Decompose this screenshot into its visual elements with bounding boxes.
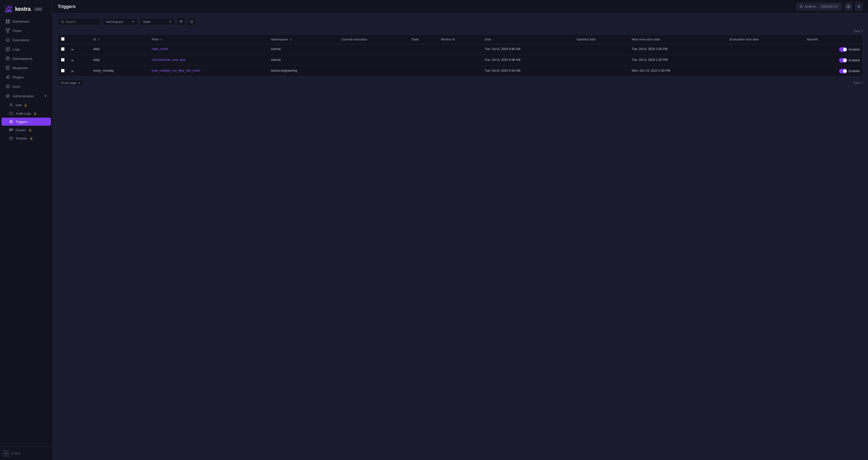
col-updated-date-header: Updated date [574, 35, 629, 44]
sidebar-item-docs-label: Docs [12, 85, 20, 88]
select-all-header [58, 35, 68, 44]
sidebar-item-audit-logs[interactable]: Audit Logs 🔒 [1, 109, 51, 117]
filter-bar: Namespace ▼ State ▼ [58, 17, 863, 26]
col-namespace-header[interactable]: Namespace ⇅ [268, 35, 338, 44]
svg-point-26 [7, 95, 8, 97]
row3-backfill: Enabled [804, 66, 863, 77]
topbar: Triggers Jump to... Ctrl/Cmd + K [53, 0, 868, 13]
row2-state [408, 55, 438, 66]
sidebar-item-logs-label: Logs [12, 48, 20, 51]
row2-expand-cell: ▶ [68, 55, 90, 66]
notifications-button[interactable] [855, 2, 863, 10]
col-flow-header[interactable]: Flow ⇅ [149, 35, 268, 44]
search-input[interactable] [65, 20, 97, 24]
row1-flow[interactable]: hello_world [149, 44, 268, 55]
table-row: ▶ every_monday load_multiple_csv_files_i… [58, 66, 863, 77]
version-label: 0.19.0 [11, 452, 20, 455]
row2-namespace: tutorial [268, 55, 338, 66]
per-page-select[interactable]: 25 per page ▼ [58, 80, 83, 86]
svg-rect-9 [8, 29, 10, 30]
col-date-label: Date [485, 38, 491, 41]
sidebar-item-docs[interactable]: Docs [1, 82, 51, 91]
plugins-icon [5, 75, 10, 80]
sidebar-item-iam[interactable]: IAM 🔒 [1, 101, 51, 109]
col-expand [68, 35, 90, 44]
row3-updated-date [574, 66, 629, 77]
col-worker-id-label: Worker Id [441, 38, 455, 41]
collapse-sidebar-button[interactable]: « [2, 450, 9, 457]
col-id-header[interactable]: Id ⇅ [90, 35, 149, 44]
state-select[interactable]: State ▼ [140, 18, 175, 25]
cluster-label: Cluster [16, 128, 26, 132]
refresh-button[interactable] [187, 17, 196, 26]
col-worker-id-header: Worker Id [438, 35, 482, 44]
row2-expand-button[interactable]: ▶ [70, 58, 75, 63]
sidebar-item-blueprints-label: Blueprints [12, 66, 28, 70]
sidebar-item-blueprints[interactable]: Blueprints [1, 63, 51, 73]
logo-text-row: kestra. prod [15, 6, 42, 12]
filter-reset-button[interactable] [177, 17, 185, 26]
svg-point-3 [10, 6, 12, 8]
svg-point-37 [10, 130, 10, 131]
tenants-label: Tenants [16, 137, 27, 140]
jump-to-label: Jump to... [804, 5, 818, 8]
row2-date: Tue, Oct 8, 2024 8:46 AM [482, 55, 574, 66]
table-row: ▶ daily hello_world tutorial Tue, Oct 8,… [58, 44, 863, 55]
row2-current-execution [338, 55, 408, 66]
row3-current-execution [338, 66, 408, 77]
row1-backfill: Enabled [804, 44, 863, 55]
table-row: ▶ daily microservices_and_apis tutorial … [58, 55, 863, 66]
help-icon [847, 5, 850, 8]
chevron-down-icon: ▼ [44, 94, 47, 97]
row3-expand-button[interactable]: ▶ [70, 69, 75, 74]
row2-enabled-label: Enabled [849, 59, 860, 62]
sort-icon-namespace: ⇅ [290, 38, 292, 41]
namespace-select[interactable]: Namespace ▼ [102, 18, 137, 25]
row1-expand-button[interactable]: ▶ [70, 47, 75, 52]
chevron-down-icon-pagination: ▼ [78, 82, 81, 84]
trigger-icon [9, 120, 13, 124]
sidebar-item-logs[interactable]: Logs [1, 45, 51, 54]
sidebar-item-namespaces[interactable]: Namespaces [1, 54, 51, 63]
sidebar-item-dashboard[interactable]: Dashboard [1, 17, 51, 26]
row1-evaluation-lock [726, 44, 804, 55]
col-evaluation-lock-header: Evaluation lock date [726, 35, 804, 44]
sidebar-item-triggers[interactable]: Triggers [1, 118, 51, 126]
per-page-label: 25 per page [61, 81, 76, 85]
col-flow-label: Flow [152, 38, 159, 41]
row1-toggle[interactable] [839, 47, 847, 52]
svg-rect-7 [8, 22, 10, 23]
table-header: Id ⇅ Flow ⇅ Namespace ⇅ Current execut [58, 35, 863, 44]
jump-to-button[interactable]: Jump to... Ctrl/Cmd + K [796, 3, 842, 10]
sidebar-item-tenants[interactable]: Tenants 🔒 [1, 134, 51, 142]
sidebar-item-cluster[interactable]: Cluster 🔒 [1, 126, 51, 134]
table-body: ▶ daily hello_world tutorial Tue, Oct 8,… [58, 44, 863, 77]
row2-flow[interactable]: microservices_and_apis [149, 55, 268, 66]
row2-checkbox[interactable] [61, 58, 65, 62]
iam-label: IAM [16, 103, 21, 107]
row3-enabled-label: Enabled [849, 69, 860, 73]
logo-name: kestra. [15, 6, 32, 12]
row3-toggle[interactable] [839, 69, 847, 74]
row2-worker-id [438, 55, 482, 66]
sidebar-item-executions[interactable]: Executions [1, 35, 51, 45]
col-date-header: Date [482, 35, 574, 44]
grid-icon [5, 19, 10, 24]
administration-section-header[interactable]: Administration ▼ [1, 91, 51, 100]
audit-logs-label: Audit Logs [16, 112, 31, 115]
row3-flow[interactable]: load_multiple_csv_files_into_excel [149, 66, 268, 77]
select-all-checkbox[interactable] [61, 37, 65, 41]
sidebar-item-flows[interactable]: Flows [1, 26, 51, 35]
search-box[interactable] [58, 18, 100, 25]
namespace-select-label: Namespace [106, 20, 123, 24]
row2-toggle[interactable] [839, 58, 847, 63]
row3-next-execution: Mon, Oct 14, 2024 2:30 PM [629, 66, 726, 77]
sidebar-item-namespaces-label: Namespaces [12, 57, 32, 61]
row1-date: Tue, Oct 8, 2024 8:46 AM [482, 44, 574, 55]
row3-checkbox[interactable] [61, 69, 65, 73]
col-backfill-header: Backfill [804, 35, 863, 44]
row1-checkbox[interactable] [61, 47, 65, 51]
sidebar-item-plugins[interactable]: Plugins [1, 73, 51, 82]
help-button[interactable] [844, 2, 852, 10]
row3-evaluation-lock [726, 66, 804, 77]
